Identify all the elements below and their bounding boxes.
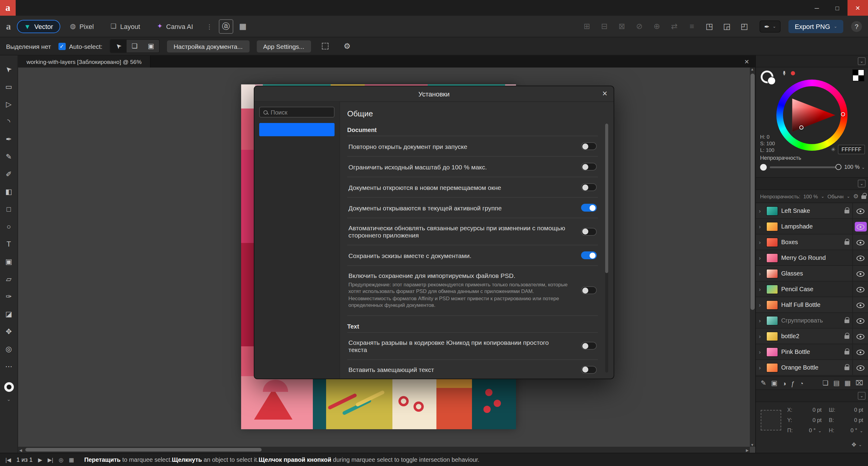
- layer-visibility-toggle[interactable]: [855, 206, 867, 216]
- menu-item[interactable]: [31, 0, 44, 16]
- transform-field[interactable]: Y: 0 pt: [787, 417, 822, 423]
- toggle-switch[interactable]: [581, 251, 597, 259]
- toggle-switch[interactable]: [581, 142, 597, 150]
- clipboard-icon[interactable]: ▦: [69, 457, 74, 463]
- more-tools-icon[interactable]: ⋯: [1, 358, 17, 375]
- boolean-add-icon[interactable]: ⊞: [580, 19, 594, 33]
- layer-visibility-toggle[interactable]: [855, 237, 867, 247]
- move-tool-icon[interactable]: ➤: [1, 60, 17, 78]
- preferences-category[interactable]: [259, 220, 335, 233]
- fill-stroke-selector[interactable]: [4, 382, 13, 392]
- vector-crop-tool-icon[interactable]: ▱: [1, 270, 17, 287]
- expand-chevron-icon[interactable]: [759, 317, 763, 323]
- style-picker-tool-icon[interactable]: ✑: [1, 287, 17, 305]
- transparency-tool-icon[interactable]: ◪: [1, 305, 17, 322]
- rail-expand-icon[interactable]: [7, 397, 10, 402]
- layer-row[interactable]: Half Full Bottle: [756, 297, 868, 313]
- menu-item[interactable]: [84, 0, 98, 16]
- corner-tool-icon[interactable]: ◝: [1, 113, 17, 130]
- dialog-close-button[interactable]: ✕: [602, 86, 608, 101]
- preferences-category[interactable]: [259, 261, 335, 275]
- layer-lock-icon[interactable]: [844, 367, 849, 370]
- expand-chevron-icon[interactable]: [759, 255, 763, 261]
- layer-visibility-toggle[interactable]: [855, 363, 867, 372]
- preferences-category[interactable]: [259, 164, 335, 178]
- layer-lock-icon[interactable]: [862, 195, 867, 199]
- menu-item[interactable]: [124, 0, 137, 16]
- layer-row[interactable]: Glasses: [756, 266, 868, 282]
- menu-item[interactable]: [98, 0, 111, 16]
- layer-visibility-toggle[interactable]: [855, 300, 867, 310]
- colour-triangle[interactable]: [786, 89, 838, 141]
- frame-text-tool-icon[interactable]: T: [1, 235, 17, 253]
- snapping-icon[interactable]: ◳: [702, 19, 717, 33]
- layer-settings-gear-icon[interactable]: ⚙: [853, 193, 859, 199]
- expand-chevron-icon[interactable]: [759, 349, 763, 355]
- preferences-category[interactable]: [259, 234, 335, 247]
- colour-wheel[interactable]: [776, 80, 847, 151]
- transform-anchor-icon[interactable]: ❖: [851, 441, 862, 448]
- layer-visibility-toggle[interactable]: [855, 331, 867, 341]
- canvas[interactable]: Установки ✕ Общие: [18, 67, 755, 453]
- artboard-tool-icon[interactable]: ▭: [1, 78, 17, 95]
- expand-chevron-icon[interactable]: [759, 365, 763, 370]
- slider-knob[interactable]: [760, 164, 767, 170]
- panel-collapse-icon[interactable]: [858, 180, 866, 187]
- layer-row[interactable]: Merry Go Round: [756, 250, 868, 266]
- layer-visibility-toggle[interactable]: [855, 253, 867, 262]
- menu-item[interactable]: [71, 0, 84, 16]
- hex-value-field[interactable]: FFFFFF: [838, 145, 865, 154]
- flip-horizontal-icon[interactable]: ⇄: [667, 19, 682, 33]
- preferences-category[interactable]: [259, 331, 335, 344]
- scrollbar-thumb[interactable]: [750, 73, 755, 310]
- pen-pressure-toggle[interactable]: ✒: [760, 20, 781, 32]
- panel-collapse-icon[interactable]: [858, 392, 866, 400]
- layer-row[interactable]: Left Snake: [756, 203, 868, 219]
- layer-lock-icon[interactable]: [844, 351, 849, 354]
- toggle-switch[interactable]: [581, 204, 597, 212]
- pen-tool-icon[interactable]: ✒: [1, 130, 17, 148]
- rectangle-tool-icon[interactable]: □: [1, 200, 17, 218]
- last-page-icon[interactable]: ▶|: [48, 457, 53, 463]
- preferences-category[interactable]: [259, 303, 335, 316]
- ellipse-tool-icon[interactable]: ○: [1, 218, 17, 235]
- duplicate-layer-icon[interactable]: ❏: [823, 379, 829, 387]
- layer-effects-icon[interactable]: ƒ: [791, 379, 795, 387]
- boolean-subtract-icon[interactable]: ⊟: [597, 19, 612, 33]
- help-button[interactable]: ?: [851, 21, 862, 32]
- expand-chevron-icon[interactable]: [759, 333, 763, 339]
- next-page-icon[interactable]: ▶: [38, 457, 42, 463]
- layer-row[interactable]: bottle2: [756, 329, 868, 344]
- layer-lock-icon[interactable]: [844, 319, 849, 323]
- guides-grid-icon[interactable]: [318, 39, 333, 53]
- transform-field[interactable]: X: 0 pt: [787, 407, 822, 413]
- first-page-icon[interactable]: |◀: [5, 457, 11, 463]
- place-image-tool-icon[interactable]: ▣: [1, 253, 17, 270]
- expand-chevron-icon[interactable]: [759, 270, 763, 276]
- toggle-switch[interactable]: [581, 366, 597, 374]
- edit-all-layers-icon[interactable]: ✎: [761, 379, 766, 387]
- layer-lock-icon[interactable]: [844, 210, 849, 213]
- eyedropper-icon[interactable]: ✒: [780, 70, 788, 76]
- boolean-combine-icon[interactable]: ⊕: [650, 19, 664, 33]
- insert-target-icon[interactable]: ◰: [737, 19, 752, 33]
- blend-options-icon[interactable]: ◔: [800, 379, 804, 387]
- scrollbar-thumb[interactable]: [25, 448, 261, 452]
- document-tab[interactable]: working-with-layers [Заблокировано] @ 56…: [18, 56, 151, 67]
- transform-field[interactable]: Ш: 0 pt: [829, 407, 863, 413]
- layer-visibility-toggle[interactable]: [855, 222, 867, 231]
- zoom-tool-icon[interactable]: ◎: [1, 340, 17, 358]
- transform-field[interactable]: П: 0 °: [787, 427, 822, 433]
- layer-visibility-toggle[interactable]: [855, 316, 867, 325]
- toggle-switch[interactable]: [581, 287, 597, 294]
- expand-chevron-icon[interactable]: [759, 208, 763, 214]
- toggle-switch[interactable]: [581, 227, 597, 236]
- layer-visibility-toggle[interactable]: [855, 284, 867, 294]
- preferences-category[interactable]: [259, 123, 335, 136]
- node-tool-icon[interactable]: ▷: [1, 95, 17, 113]
- select-same-button[interactable]: ❏: [127, 40, 143, 53]
- maximize-button[interactable]: □: [827, 0, 847, 16]
- new-layer-icon[interactable]: ▦: [844, 379, 851, 387]
- boolean-intersect-icon[interactable]: ⊠: [615, 19, 629, 33]
- preferences-category[interactable]: [259, 151, 335, 164]
